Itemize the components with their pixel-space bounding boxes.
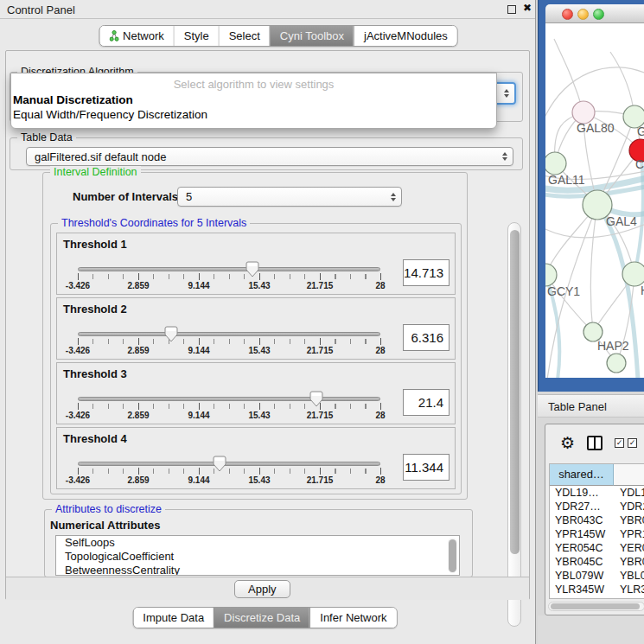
- slider-major-tick: [138, 403, 139, 410]
- cell-name[interactable]: YER0: [614, 541, 644, 555]
- threshold-value-field[interactable]: 6.316: [403, 324, 450, 351]
- cell-name[interactable]: YPR1: [614, 527, 644, 541]
- cell-shared-name[interactable]: YER054C: [550, 541, 614, 555]
- table-row[interactable]: YDR27…YDR2: [550, 500, 644, 513]
- tab-network[interactable]: Network: [99, 26, 174, 46]
- gear-icon[interactable]: ⚙: [560, 435, 575, 451]
- cell-shared-name[interactable]: YBL079W: [550, 569, 614, 583]
- cell-shared-name[interactable]: YLR345W: [550, 583, 614, 596]
- node-label: GAL80: [577, 121, 615, 135]
- slider-handle[interactable]: [213, 456, 226, 472]
- slider-tick-label: -3.426: [66, 475, 90, 485]
- slider-major-tick: [78, 403, 79, 410]
- numerical-attributes-list[interactable]: SelfLoopsTopologicalCoefficientBetweenne…: [55, 535, 460, 576]
- slider-handle[interactable]: [245, 261, 259, 277]
- threshold-slider[interactable]: -3.4262.8599.14415.4321.71528: [78, 391, 380, 420]
- combo-stepper-icon: [504, 89, 509, 98]
- network-node-green[interactable]: [545, 264, 557, 286]
- slider-track[interactable]: [78, 267, 380, 271]
- panel-scrollbar[interactable]: [507, 222, 521, 627]
- table-row[interactable]: YPR145WYPR1: [550, 527, 644, 541]
- table-row[interactable]: YLR345WYLR3: [550, 583, 644, 596]
- network-node-green[interactable]: [622, 262, 644, 286]
- cell-shared-name[interactable]: YIL052C: [550, 596, 614, 599]
- table-row[interactable]: YBR045CYBR0: [550, 555, 644, 569]
- cell-name[interactable]: YBL0: [614, 569, 644, 583]
- table-panel: ⚙ ✓ ✓ shared… n YDL19…YDL1YDR27…YDR2YBR0…: [545, 424, 644, 615]
- network-node-green[interactable]: [545, 152, 566, 175]
- tab-style[interactable]: Style: [174, 26, 219, 46]
- network-edge[interactable]: [590, 205, 597, 332]
- tab-infer-network[interactable]: Infer Network: [309, 608, 396, 628]
- tab-jactivemnodules[interactable]: jActiveMNodules: [354, 26, 457, 46]
- slider-track[interactable]: [78, 397, 380, 401]
- cell-shared-name[interactable]: YDR27…: [550, 500, 614, 513]
- tab-select[interactable]: Select: [219, 26, 270, 46]
- threshold-value-field[interactable]: 11.344: [403, 454, 450, 481]
- network-node-green[interactable]: [607, 354, 626, 373]
- table-row[interactable]: YBR043CYBR0: [550, 513, 644, 527]
- cell-shared-name[interactable]: YDL19…: [550, 486, 614, 500]
- table-row[interactable]: YIL052CYIL0: [550, 596, 644, 599]
- table-row[interactable]: YBL079WYBL0: [550, 569, 644, 583]
- table-data-value: galFiltered.sif default node: [35, 150, 166, 163]
- cell-name[interactable]: YBR0: [614, 555, 644, 569]
- node-label: GA: [637, 124, 644, 138]
- threshold-slider[interactable]: -3.4262.8599.14415.4321.71528: [78, 261, 380, 290]
- network-edge[interactable]: [554, 39, 583, 112]
- attribute-list-item[interactable]: TopologicalCoefficient: [56, 550, 459, 564]
- list-scrollbar-thumb[interactable]: [449, 539, 456, 572]
- number-of-intervals-combobox[interactable]: 5: [177, 187, 402, 207]
- threshold-label: Threshold 1: [63, 238, 127, 251]
- close-icon[interactable]: ✖: [523, 2, 532, 14]
- attribute-list-item[interactable]: SelfLoops: [56, 536, 459, 550]
- network-canvas[interactable]: GAL80GACGAL11GAL4GCY1HHAP2: [545, 23, 644, 378]
- threshold-value-field[interactable]: 21.4: [403, 389, 450, 416]
- threshold-label: Threshold 3: [63, 367, 127, 380]
- slider-handle[interactable]: [309, 391, 323, 407]
- cell-name[interactable]: YDR2: [614, 500, 644, 513]
- threshold-value-field[interactable]: 14.713: [403, 259, 450, 286]
- zoom-traffic-light[interactable]: [593, 9, 604, 20]
- table-row[interactable]: YER054CYER0: [550, 541, 644, 555]
- table-hscroll-thumb[interactable]: [551, 603, 640, 609]
- cell-shared-name[interactable]: YBR045C: [550, 555, 614, 569]
- slider-tick-label: 21.715: [307, 475, 334, 485]
- column-header-name[interactable]: n: [614, 464, 644, 486]
- cell-name[interactable]: YBR0: [614, 513, 644, 527]
- dropdown-option-equal-width[interactable]: Equal Width/Frequency Discretization: [11, 107, 496, 122]
- table-data-combobox[interactable]: galFiltered.sif default node: [26, 147, 513, 166]
- threshold-slider[interactable]: -3.4262.8599.14415.4321.71528: [78, 326, 380, 355]
- slider-tick-label: 9.144: [188, 346, 209, 355]
- cell-shared-name[interactable]: YBR043C: [550, 513, 614, 527]
- table-horizontal-scrollbar[interactable]: [548, 602, 644, 611]
- apply-button[interactable]: Apply: [234, 580, 290, 598]
- checkbox-icon[interactable]: ✓: [615, 438, 624, 448]
- list-scrollbar[interactable]: [448, 538, 457, 573]
- thresholds-group: Threshold's Coordinates for 5 Intervals …: [50, 223, 462, 494]
- tab-cyni-toolbox[interactable]: Cyni Toolbox: [270, 26, 354, 46]
- panel-scrollbar-thumb[interactable]: [510, 230, 520, 554]
- slider-handle[interactable]: [164, 326, 178, 342]
- cell-name[interactable]: YLR3: [614, 583, 644, 596]
- cell-shared-name[interactable]: YPR145W: [550, 527, 614, 541]
- slider-track[interactable]: [78, 462, 380, 466]
- column-header-shared-name[interactable]: shared…: [550, 464, 614, 486]
- attribute-list-item[interactable]: BetweennessCentrality: [56, 564, 459, 576]
- tab-impute-data[interactable]: Impute Data: [133, 608, 214, 628]
- float-window-icon[interactable]: [507, 5, 516, 14]
- split-columns-icon[interactable]: [587, 436, 603, 450]
- checkbox-icon[interactable]: ✓: [628, 438, 637, 448]
- tab-discretize-data[interactable]: Discretize Data: [214, 608, 309, 628]
- cell-name[interactable]: YDL1: [614, 486, 644, 500]
- close-traffic-light[interactable]: [562, 9, 573, 20]
- threshold-slider[interactable]: -3.4262.8599.14415.4321.71528: [78, 456, 380, 485]
- dropdown-option-manual[interactable]: Manual Discretization: [11, 92, 496, 107]
- slider-track[interactable]: [78, 332, 380, 336]
- minimize-traffic-light[interactable]: [577, 9, 589, 20]
- slider-major-tick: [138, 338, 139, 345]
- table-row[interactable]: YDL19…YDL1: [550, 486, 644, 500]
- dropdown-prompt[interactable]: Select algorithm to view settings: [11, 76, 496, 92]
- network-window: GAL80GACGAL11GAL4GCY1HHAP2: [538, 0, 644, 392]
- cell-name[interactable]: YIL0: [614, 596, 644, 599]
